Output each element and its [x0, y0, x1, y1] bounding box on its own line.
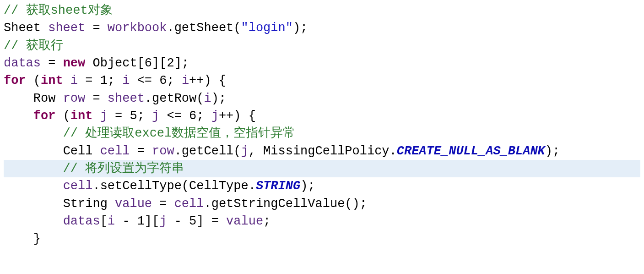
- variable: j: [211, 109, 219, 123]
- variable: datas: [4, 56, 41, 70]
- variable: i: [122, 74, 130, 88]
- code-line: }: [4, 230, 640, 247]
- variable: i: [182, 74, 189, 88]
- keyword: for: [4, 74, 26, 88]
- code-block: // 获取sheet对象Sheet sheet = workbook.getSh…: [0, 0, 644, 250]
- variable: i: [204, 92, 211, 105]
- variable: sheet: [108, 92, 145, 105]
- code-line: Cell cell = row.getCell(j, MissingCellPo…: [4, 142, 640, 160]
- call: .getSheet(: [167, 21, 241, 35]
- code-line-highlighted: // 将列设置为字符串: [4, 160, 640, 177]
- variable: cell: [63, 179, 93, 193]
- space: [63, 74, 70, 88]
- indent: [4, 179, 63, 193]
- variable: workbook: [108, 21, 167, 35]
- indent: [4, 109, 33, 123]
- variable: datas: [63, 214, 100, 228]
- variable: i: [108, 214, 115, 228]
- space: [92, 109, 100, 123]
- indent: [4, 214, 63, 228]
- variable: j: [100, 109, 108, 123]
- code-line: for (int i = 1; i <= 6; i++) {: [4, 72, 640, 89]
- indent: [4, 232, 33, 246]
- text: , MissingCellPolicy.: [249, 144, 397, 158]
- variable: j: [152, 109, 159, 123]
- keyword: int: [41, 74, 63, 88]
- code-line: cell.setCellType(CellType.STRING);: [4, 177, 640, 195]
- code-line: // 获取行: [4, 37, 640, 55]
- type: Row: [33, 92, 63, 105]
- comment: // 将列设置为字符串: [63, 162, 184, 175]
- comment: // 获取行: [4, 39, 63, 53]
- variable: i: [70, 74, 78, 88]
- code-line: Row row = sheet.getRow(i);: [4, 90, 640, 107]
- variable: cell: [100, 144, 130, 158]
- op: =: [130, 144, 152, 158]
- constant: CREATE_NULL_AS_BLANK: [397, 144, 545, 158]
- text: ++) {: [219, 109, 256, 123]
- punct: );: [545, 144, 560, 158]
- variable: j: [241, 144, 249, 158]
- op: =: [85, 21, 108, 35]
- comment: // 处理读取excel数据空值，空指针异常: [63, 126, 296, 140]
- indent: [4, 197, 63, 211]
- variable: value: [115, 197, 152, 211]
- punct: (: [55, 109, 70, 123]
- keyword: for: [33, 109, 56, 123]
- text: <= 6;: [130, 74, 181, 88]
- op: =: [85, 92, 108, 105]
- constant: STRING: [256, 179, 300, 193]
- text: Object[6][2];: [85, 56, 189, 70]
- variable: row: [152, 144, 174, 158]
- code-line: // 获取sheet对象: [4, 2, 640, 19]
- text: - 1][: [115, 214, 159, 228]
- variable: row: [63, 92, 86, 105]
- code-line: String value = cell.getStringCellValue()…: [4, 195, 640, 213]
- indent: [4, 162, 63, 175]
- op: =: [41, 56, 63, 70]
- variable: value: [226, 214, 263, 228]
- code-line: for (int j = 5; j <= 6; j++) {: [4, 107, 640, 125]
- punct: );: [300, 179, 315, 193]
- string-literal: "login": [241, 21, 293, 35]
- op: =: [152, 197, 174, 211]
- text: - 5] =: [167, 214, 226, 228]
- call: .getStringCellValue();: [204, 197, 367, 211]
- indent: [4, 92, 33, 105]
- variable: cell: [174, 197, 204, 211]
- text: <= 6;: [159, 109, 211, 123]
- comment: // 获取sheet对象: [4, 4, 113, 17]
- text: ++) {: [189, 74, 226, 88]
- indent: [4, 126, 63, 140]
- brace: }: [33, 232, 41, 246]
- type: Cell: [63, 144, 100, 158]
- keyword: new: [63, 56, 86, 70]
- text: = 5;: [108, 109, 152, 123]
- keyword: int: [70, 109, 93, 123]
- variable: sheet: [48, 21, 85, 35]
- punct: [: [100, 214, 108, 228]
- punct: ;: [263, 214, 271, 228]
- call: .getCell(: [174, 144, 241, 158]
- type: Sheet: [4, 21, 48, 35]
- code-line: datas[i - 1][j - 5] = value;: [4, 213, 640, 230]
- code-line: Sheet sheet = workbook.getSheet("login")…: [4, 19, 640, 37]
- type: String: [63, 197, 115, 211]
- punct: );: [293, 21, 308, 35]
- punct: (: [26, 74, 41, 88]
- code-line: // 处理读取excel数据空值，空指针异常: [4, 125, 640, 142]
- punct: );: [211, 92, 226, 105]
- code-line: datas = new Object[6][2];: [4, 55, 640, 72]
- call: .setCellType(CellType.: [92, 179, 255, 193]
- call: .getRow(: [145, 92, 204, 105]
- indent: [4, 144, 63, 158]
- variable: j: [159, 214, 167, 228]
- text: = 1;: [78, 74, 122, 88]
